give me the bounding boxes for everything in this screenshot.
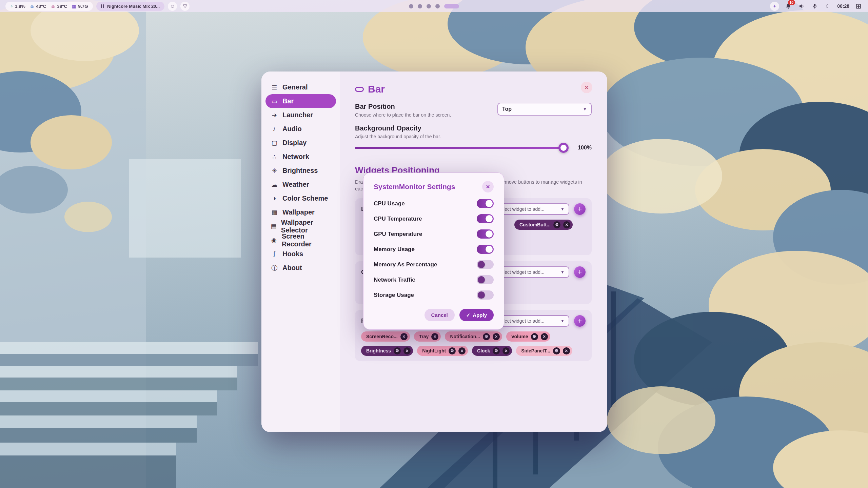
sidebar-item-launcher[interactable]: ➔ Launcher: [265, 108, 336, 122]
sidebar-item-hooks[interactable]: ∫ Hooks: [265, 247, 336, 261]
bar-position-value: Top: [502, 106, 512, 112]
add-widget-dropdown-center[interactable]: Select widget to add... ▼: [493, 266, 569, 278]
gear-icon[interactable]: ⚙: [449, 347, 456, 354]
widget-chip-sidepaneltoggle[interactable]: SidePanelT... ⚙ ×: [516, 346, 572, 356]
volume-icon[interactable]: [797, 2, 806, 10]
widget-chip-clock[interactable]: Clock ⚙ ×: [472, 346, 512, 356]
wallpaper-selector-icon: ▤: [270, 223, 277, 230]
network-traffic-toggle[interactable]: [477, 275, 494, 284]
add-widget-button-right[interactable]: +: [574, 315, 586, 327]
gear-icon[interactable]: ⚙: [553, 347, 560, 354]
background-opacity-description: Adjust the background opacity of the bar…: [355, 134, 441, 139]
add-widget-dropdown-right[interactable]: Select widget to add... ▼: [493, 315, 569, 327]
heart-icon[interactable]: ♡: [180, 2, 190, 11]
sidebar-item-network[interactable]: ∴ Network: [265, 150, 336, 164]
media-player-pill[interactable]: Nightcore Music Mix 20...: [96, 2, 164, 11]
cpu-temperature-toggle[interactable]: [477, 214, 494, 223]
wallpaper-icon: ▦: [270, 209, 278, 216]
workspace-dot[interactable]: [418, 4, 422, 8]
close-icon[interactable]: ×: [400, 333, 408, 340]
background-opacity-label: Background Opacity: [355, 124, 441, 132]
widget-chip-screenrecorder[interactable]: ScreenReco... ×: [361, 331, 410, 342]
system-stats-pill[interactable]: ◔ 1.8% ♨ 43°C ♨ 38°C ▦ 9.7G: [5, 2, 93, 11]
bar-position-label: Bar Position: [355, 103, 451, 110]
workspace-dot[interactable]: [427, 4, 431, 8]
gpu-temperature-toggle[interactable]: [477, 229, 494, 239]
hooks-icon: ∫: [270, 250, 278, 258]
toggle-row-memory-usage: Memory Usage: [374, 242, 494, 257]
opacity-value: 100%: [574, 145, 592, 151]
check-icon: ✓: [466, 312, 471, 318]
page-title: Bar: [368, 83, 385, 95]
opacity-slider-knob[interactable]: [558, 143, 569, 153]
window-close-button[interactable]: ×: [581, 82, 592, 93]
sidebar-item-display[interactable]: ▢ Display: [265, 136, 336, 150]
cpu-temp-stat: ♨ 43°C: [30, 4, 46, 9]
toggle-row-gpu-temperature: GPU Temperature: [374, 226, 494, 242]
sidebar-item-bar[interactable]: ▭ Bar: [265, 94, 336, 108]
widget-chip-tray[interactable]: Tray ×: [414, 331, 441, 342]
sidebar-item-about[interactable]: ⓘ About: [265, 261, 336, 275]
gear-icon[interactable]: ⚙: [483, 333, 490, 340]
sidebar-item-wallpaper-selector[interactable]: ▤ Wallpaper Selector: [265, 219, 336, 233]
close-icon[interactable]: ×: [563, 221, 570, 228]
pause-icon[interactable]: [101, 4, 104, 8]
close-icon[interactable]: ×: [458, 347, 466, 354]
dialog-title: SystemMonitor Settings: [374, 183, 455, 191]
widget-chip-notification[interactable]: Notification... ⚙ ×: [445, 331, 502, 342]
panel-icon[interactable]: ✦: [770, 2, 779, 11]
add-widget-button-center[interactable]: +: [574, 266, 586, 278]
sidebar-item-color-scheme[interactable]: ◑ Color Scheme: [265, 191, 336, 205]
bar-position-dropdown[interactable]: Top ▼: [497, 103, 592, 116]
sidebar-item-weather[interactable]: ☁ Weather: [265, 178, 336, 191]
gpu-temp-value: 38°C: [57, 4, 67, 9]
recorder-icon: ◉: [270, 237, 278, 244]
close-icon[interactable]: ×: [563, 347, 570, 354]
cancel-button[interactable]: Cancel: [425, 309, 455, 321]
toggle-row-network-traffic: Network Traffic: [374, 272, 494, 287]
dialog-close-button[interactable]: ×: [482, 181, 494, 192]
close-icon[interactable]: ×: [541, 333, 548, 340]
emoji-icon[interactable]: ☺: [168, 2, 177, 11]
memory-usage-toggle[interactable]: [477, 245, 494, 254]
add-widget-button-left[interactable]: +: [574, 203, 586, 215]
top-bar: ◔ 1.8% ♨ 43°C ♨ 38°C ▦ 9.7G Nightcore Mu…: [0, 0, 868, 12]
workspace-dot[interactable]: [409, 4, 413, 8]
workspace-dot[interactable]: [435, 4, 440, 8]
settings-sidebar: ☰ General ▭ Bar ➔ Launcher ♪ Audio ▢ Dis…: [261, 72, 340, 432]
storage-usage-toggle[interactable]: [477, 290, 494, 300]
sidebar-item-audio[interactable]: ♪ Audio: [265, 122, 336, 136]
night-light-moon-icon[interactable]: ☾: [824, 2, 832, 10]
widget-chip-nightlight[interactable]: NightLight ⚙ ×: [417, 346, 468, 356]
toggle-row-storage-usage: Storage Usage: [374, 287, 494, 303]
close-icon[interactable]: ×: [502, 347, 510, 354]
gear-icon[interactable]: ⚙: [394, 347, 401, 354]
gpu-temperature-icon: ♨: [51, 4, 55, 9]
gear-icon[interactable]: ⚙: [531, 333, 538, 340]
gear-icon[interactable]: ⚙: [553, 221, 560, 228]
sidebar-item-brightness[interactable]: ☀ Brightness: [265, 164, 336, 178]
notifications-bell-icon[interactable]: 10: [784, 2, 792, 10]
close-icon[interactable]: ×: [493, 333, 500, 340]
gpu-temp-stat: ♨ 38°C: [51, 4, 67, 9]
clock[interactable]: 00:28: [837, 3, 849, 9]
sidebar-item-general[interactable]: ☰ General: [265, 80, 336, 94]
add-widget-dropdown-left[interactable]: Select widget to add... ▼: [493, 203, 569, 215]
gear-icon[interactable]: ⚙: [493, 347, 500, 354]
opacity-slider-track[interactable]: [355, 147, 568, 149]
sliders-icon: ☰: [270, 84, 278, 91]
widget-chip-brightness[interactable]: Brightness ⚙ ×: [361, 346, 413, 356]
widget-chip-volume[interactable]: Volume ⚙ ×: [506, 331, 550, 342]
cpu-temp-value: 43°C: [36, 4, 46, 9]
sidebar-item-screen-recorder[interactable]: ◉ Screen Recorder: [265, 233, 336, 247]
widget-chip-custombutton[interactable]: CustomButt... ⚙ ×: [514, 220, 573, 230]
close-icon[interactable]: ×: [403, 347, 411, 354]
cpu-usage-toggle[interactable]: [477, 199, 494, 208]
apply-button[interactable]: ✓ Apply: [459, 309, 494, 321]
active-workspace-pill[interactable]: [444, 4, 459, 8]
microphone-icon[interactable]: [811, 2, 819, 10]
sidebar-item-wallpaper[interactable]: ▦ Wallpaper: [265, 205, 336, 219]
apps-grid-icon[interactable]: ⊞: [854, 2, 863, 10]
memory-as-percentage-toggle[interactable]: [477, 260, 494, 269]
close-icon[interactable]: ×: [431, 333, 438, 340]
